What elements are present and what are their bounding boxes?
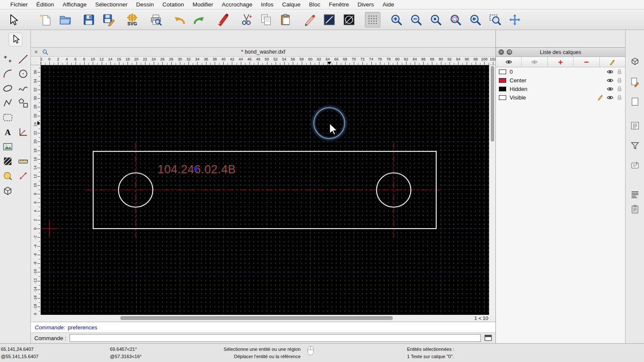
ruler-cursor-marker-x: [327, 62, 331, 65]
horizontal-scrollbar[interactable]: [31, 315, 467, 322]
polygon-tool-button[interactable]: [16, 96, 30, 110]
layer-row-visible[interactable]: Visible: [496, 93, 625, 102]
dimension-tool-button[interactable]: [16, 169, 30, 183]
polyline-tool-button[interactable]: [1, 96, 15, 110]
line-attributes-button[interactable]: [322, 12, 337, 27]
h-ruler-tick: [258, 62, 258, 65]
menu-bloc[interactable]: Bloc: [305, 1, 325, 8]
menu-affichage[interactable]: Affichage: [58, 1, 91, 8]
selection-rect-tool-button[interactable]: [1, 111, 15, 124]
h-ruler-tick: [462, 63, 463, 65]
open-file-button[interactable]: [58, 12, 73, 27]
layer-lock-icon[interactable]: [617, 94, 622, 100]
menu-dessin[interactable]: Dessin: [132, 1, 158, 8]
layer-visibility-eye-icon[interactable]: [607, 78, 614, 83]
circle-attributes-button[interactable]: [341, 12, 357, 27]
redo-button[interactable]: [191, 12, 207, 27]
panel-close-icon[interactable]: ×: [498, 49, 504, 55]
delete-selected-button[interactable]: [215, 12, 231, 27]
toolbar-group: SVG: [125, 12, 140, 27]
dock-tag-icon[interactable]: [629, 160, 641, 172]
spline-tool-button[interactable]: [16, 81, 30, 95]
horizontal-scrollbar-thumb[interactable]: [120, 316, 393, 320]
image-tool-button[interactable]: [1, 140, 15, 154]
h-ruler-tick: [84, 62, 85, 65]
layer-lock-icon[interactable]: [617, 69, 622, 75]
undo-button[interactable]: [172, 12, 187, 27]
export-svg-button[interactable]: SVG: [125, 12, 140, 27]
dock-page-icon[interactable]: [629, 96, 641, 108]
text-tool-button[interactable]: A: [1, 125, 15, 139]
zoom-out-button[interactable]: [408, 12, 424, 27]
zoom-selected-button[interactable]: [448, 12, 463, 27]
panel-float-icon[interactable]: [507, 49, 512, 55]
order-tool-button[interactable]: [1, 169, 15, 183]
h-ruler-tick: [76, 62, 76, 65]
dock-cube-icon[interactable]: [629, 56, 641, 68]
dock-list-icon[interactable]: [629, 120, 641, 132]
edit-layer-button[interactable]: [600, 57, 625, 67]
ellipse-tool-button[interactable]: [1, 81, 15, 95]
grid-orthogonal-button[interactable]: [365, 12, 380, 27]
command-input[interactable]: [70, 334, 481, 342]
zoom-pan-button[interactable]: [507, 12, 522, 27]
remove-layer-button[interactable]: −: [574, 57, 599, 67]
layer-row-0[interactable]: 0: [496, 67, 625, 76]
layer-row-hidden[interactable]: Hidden: [496, 84, 625, 93]
layer-visibility-eye-icon[interactable]: [607, 95, 614, 100]
zoom-auto-button[interactable]: [428, 12, 444, 27]
paste-button[interactable]: [278, 12, 294, 27]
menu-modifier[interactable]: Modifier: [188, 1, 217, 8]
layer-row-center[interactable]: Center: [496, 76, 625, 84]
hatch-tool-button[interactable]: [1, 154, 15, 168]
dock-clipboard-icon[interactable]: [629, 204, 641, 216]
print-preview-button[interactable]: [148, 12, 164, 27]
close-document-icon[interactable]: ×: [34, 49, 42, 55]
save-button[interactable]: [81, 12, 97, 27]
vertical-scrollbar-thumb[interactable]: [491, 66, 494, 142]
menu-selectionner[interactable]: Sélectionner: [91, 1, 132, 8]
arc-tool-button[interactable]: [1, 67, 15, 81]
command-dock-icon[interactable]: [484, 335, 492, 341]
menu-fenetre[interactable]: Fenêtre: [325, 1, 353, 8]
solids-tool-button[interactable]: [1, 184, 15, 197]
palette-select-button[interactable]: [9, 33, 22, 46]
pen-attributes-button[interactable]: [302, 12, 317, 27]
hide-all-layers-eye-icon[interactable]: [522, 57, 547, 67]
menu-infos[interactable]: Infos: [257, 1, 278, 8]
vertical-scrollbar[interactable]: [489, 65, 495, 315]
layer-visibility-eye-icon[interactable]: [607, 87, 614, 91]
cut-button[interactable]: [239, 12, 254, 27]
corner-dimension-tool-button[interactable]: [16, 125, 30, 139]
layer-lock-icon[interactable]: [617, 77, 622, 83]
save-as-button[interactable]: [101, 12, 116, 27]
drawing-canvas[interactable]: 104.246.02.4B: [41, 65, 489, 315]
dock-text-lines-icon[interactable]: [629, 189, 641, 201]
menu-cotation[interactable]: Cotation: [158, 1, 188, 8]
zoom-window-button[interactable]: [487, 12, 503, 27]
zoom-in-button[interactable]: [389, 12, 404, 27]
h-ruler-label: 42: [230, 57, 234, 61]
dock-page-pencil-icon[interactable]: [629, 76, 641, 88]
line-tool-button[interactable]: [16, 52, 30, 66]
menu-accrochage[interactable]: Accrochage: [217, 1, 256, 8]
show-all-layers-eye-icon[interactable]: [496, 57, 522, 67]
layer-lock-icon[interactable]: [617, 86, 622, 92]
menu-divers[interactable]: Divers: [353, 1, 378, 8]
measure-tool-button[interactable]: [16, 154, 30, 168]
zoom-previous-button[interactable]: [468, 12, 483, 27]
select-tool-button[interactable]: [5, 12, 21, 27]
menu-aide[interactable]: Aide: [378, 1, 398, 8]
dock-funnel-icon[interactable]: [629, 140, 641, 152]
window-gap: [31, 30, 495, 47]
copy-button[interactable]: [258, 12, 274, 27]
menu-fichier[interactable]: Fichier: [6, 1, 32, 8]
add-layer-button[interactable]: +: [548, 57, 574, 67]
menu-edition[interactable]: Édition: [32, 1, 58, 8]
menu-calque[interactable]: Calque: [278, 1, 305, 8]
v-ruler-label: 32: [31, 86, 39, 94]
layer-visibility-eye-icon[interactable]: [607, 69, 614, 74]
circle-tool-button[interactable]: [16, 67, 30, 81]
new-document-button[interactable]: [38, 12, 53, 27]
points-tool-button[interactable]: [1, 52, 15, 66]
